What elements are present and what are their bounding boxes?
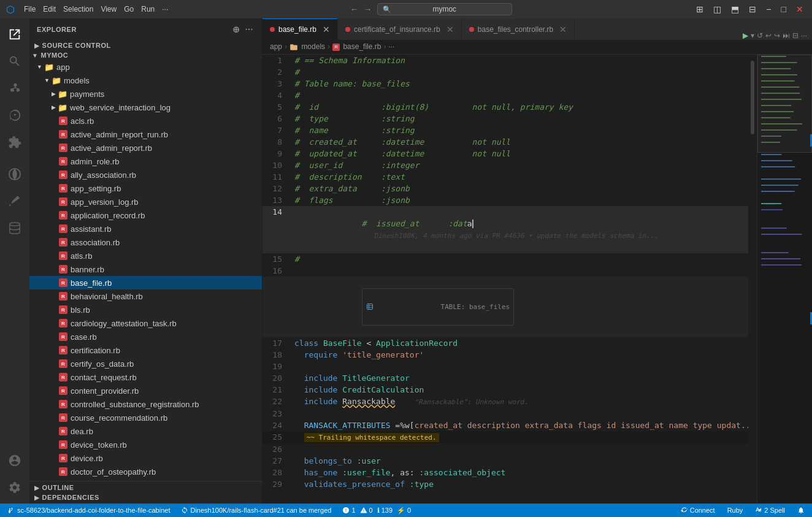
activity-remote-icon[interactable] <box>4 163 26 185</box>
sync-item[interactable]: Dinesh100K/rails-flash-card#21 can be me… <box>178 504 334 517</box>
tab-base-file[interactable]: base_file.rb ✕ <box>262 18 338 40</box>
debug-button[interactable]: ↺ <box>757 31 763 40</box>
panel-toggle-icon[interactable]: ⬒ <box>729 3 741 15</box>
nav-back-button[interactable]: ← <box>350 4 359 14</box>
file-item-content_provider-rb[interactable]: R content_provider.rb <box>29 384 262 397</box>
vertical-scrollbar[interactable] <box>748 55 757 504</box>
file-item-assistant-rb[interactable]: R assistant.rb <box>29 222 262 236</box>
project-section[interactable]: ▼ MYMOC <box>29 50 262 60</box>
file-item-case-rb[interactable]: R case.rb <box>29 330 262 343</box>
folder-payments[interactable]: ▶ 📁 payments <box>29 87 262 101</box>
layout-icon[interactable]: ⊞ <box>694 3 706 15</box>
file-item-active_admin_report-rb[interactable]: R active_admin_report.rb <box>29 141 262 155</box>
breadcrumb-app[interactable]: app <box>270 42 282 51</box>
menu-more[interactable]: ··· <box>162 5 168 13</box>
file-item-controlled_substance_registration-rb[interactable]: R controlled_substance_registration.rb <box>29 397 262 411</box>
errors-item[interactable]: 1 0 ℹ 139 ⚡ 0 <box>340 504 413 517</box>
line-number: 11 <box>262 171 292 183</box>
file-item-association-rb[interactable]: R association.rb <box>29 236 262 249</box>
menu-edit[interactable]: Edit <box>43 5 56 13</box>
file-item-device_token-rb[interactable]: R device_token.rb <box>29 438 262 451</box>
activity-run-debug-icon[interactable] <box>4 104 26 126</box>
spell-item[interactable]: 2 Spell <box>753 504 787 517</box>
minimize-button[interactable]: − <box>764 3 773 15</box>
menu-go[interactable]: Go <box>124 5 134 13</box>
activity-testing-icon[interactable] <box>4 190 26 212</box>
close-button[interactable]: ✕ <box>794 3 806 15</box>
line-number: 8 <box>262 136 292 148</box>
global-search-bar[interactable]: 🔍 mymoc <box>377 3 512 15</box>
dependencies-header[interactable]: ▶ DEPENDENCIES <box>29 492 262 502</box>
layout-options-icon[interactable]: ⊟ <box>746 3 759 15</box>
file-item-contact_request-rb[interactable]: R contact_request.rb <box>29 370 262 384</box>
language-item[interactable]: Ruby <box>725 504 746 517</box>
run-options-button[interactable]: ▾ <box>751 31 754 40</box>
file-item-active_admin_report_run-rb[interactable]: R active_admin_report_run.rb <box>29 128 262 141</box>
menu-run[interactable]: Run <box>141 5 155 13</box>
file-item-acls-rb[interactable]: R acls.rb <box>29 114 262 128</box>
git-branch-item[interactable]: sc-58623/backend-add-coi-folder-to-the-f… <box>5 504 172 517</box>
tab-close-button[interactable]: ✕ <box>559 25 567 34</box>
activity-explorer-icon[interactable] <box>4 23 26 45</box>
sidebar-toggle-icon[interactable]: ◫ <box>711 3 724 15</box>
tab-controller[interactable]: base_files_controller.rb ✕ <box>462 18 575 40</box>
ruby-file-icon: R <box>59 386 67 395</box>
activity-search-icon[interactable] <box>4 50 26 72</box>
breadcrumb-models[interactable]: models <box>289 42 325 52</box>
file-item-admin_role-rb[interactable]: R admin_role.rb <box>29 155 262 168</box>
menu-view[interactable]: View <box>101 5 117 13</box>
file-item-bls-rb[interactable]: R bls.rb <box>29 303 262 316</box>
breadcrumb-more[interactable]: ··· <box>388 42 394 51</box>
run-code-button[interactable]: ▶ <box>743 31 748 40</box>
activity-accounts-icon[interactable] <box>4 450 26 472</box>
file-item-dea-rb[interactable]: R dea.rb <box>29 424 262 438</box>
file-item-device-rb[interactable]: R device.rb <box>29 451 262 465</box>
scrollbar-thumb[interactable] <box>751 61 754 134</box>
code-content: # issued_at :data Dinesh100K, 4 months a… <box>292 206 748 253</box>
code-container[interactable]: 1 # == Schema Information 2 # 3 # Table … <box>262 55 748 504</box>
file-item-app_setting-rb[interactable]: R app_setting.rb <box>29 182 262 195</box>
menu-selection[interactable]: Selection <box>63 5 93 13</box>
table-widget[interactable]: TABLE: base_files <box>362 288 515 326</box>
source-control-section[interactable]: ▶ SOURCE CONTROL <box>29 40 262 50</box>
file-item-doctor_of_osteopathy-rb[interactable]: R doctor_of_osteopathy.rb <box>29 465 262 478</box>
file-item-certification-rb[interactable]: R certification.rb <box>29 343 262 357</box>
activity-settings-icon[interactable] <box>4 477 26 499</box>
activity-database-icon[interactable] <box>4 217 26 239</box>
step-back-button[interactable]: ↩ <box>765 31 772 40</box>
tab-close-button[interactable]: ✕ <box>446 25 454 34</box>
file-item-cardiology_attestation_task-rb[interactable]: R cardiology_attestation_task.rb <box>29 316 262 330</box>
nav-forward-button[interactable]: → <box>364 4 372 14</box>
file-item-ally_association-rb[interactable]: R ally_association.rb <box>29 168 262 182</box>
activity-extensions-icon[interactable] <box>4 131 26 153</box>
file-item-application_record-rb[interactable]: R application_record.rb <box>29 209 262 222</box>
tab-certificate[interactable]: certificate_of_insurance.rb ✕ <box>338 18 462 40</box>
folder-app[interactable]: ▼ 📁 app <box>29 60 262 74</box>
breadcrumb-file[interactable]: R base_file.rb <box>332 42 381 51</box>
file-item-atls-rb[interactable]: R atls.rb <box>29 249 262 262</box>
file-item-certify_os_data-rb[interactable]: R certify_os_data.rb <box>29 357 262 370</box>
more-actions-button[interactable]: ··· <box>801 31 807 40</box>
file-name: app_version_log.rb <box>71 197 139 207</box>
file-item-behavioral_health-rb[interactable]: R behavioral_health.rb <box>29 289 262 303</box>
step-forward-button[interactable]: ↪ <box>774 31 780 40</box>
file-item-base_file-rb[interactable]: R base_file.rb <box>29 276 262 289</box>
file-item-app_version_log-rb[interactable]: R app_version_log.rb <box>29 195 262 209</box>
code-line-1: 1 # == Schema Information <box>262 55 748 66</box>
tab-close-button[interactable]: ✕ <box>323 25 330 34</box>
file-item-course_recommendation-rb[interactable]: R course_recommendation.rb <box>29 411 262 424</box>
continue-button[interactable]: ⏭ <box>783 31 790 40</box>
file-item-banner-rb[interactable]: R banner.rb <box>29 262 262 276</box>
connect-item[interactable]: Connect <box>678 504 718 517</box>
new-file-button[interactable]: ⊕ <box>231 23 242 36</box>
menu-file[interactable]: File <box>24 5 36 13</box>
outline-header[interactable]: ▶ OUTLINE <box>29 483 262 492</box>
notifications-item[interactable] <box>795 504 807 517</box>
folder-web-service[interactable]: ▶ 📁 web_service_interaction_log <box>29 101 262 114</box>
activity-source-control-icon[interactable] <box>4 77 26 99</box>
line-number: 14 <box>262 206 292 253</box>
more-actions-button[interactable]: ··· <box>244 23 255 36</box>
split-editor-button[interactable]: ⊟ <box>792 31 799 40</box>
maximize-button[interactable]: □ <box>779 3 789 15</box>
folder-models[interactable]: ▼ 📁 models <box>29 74 262 87</box>
